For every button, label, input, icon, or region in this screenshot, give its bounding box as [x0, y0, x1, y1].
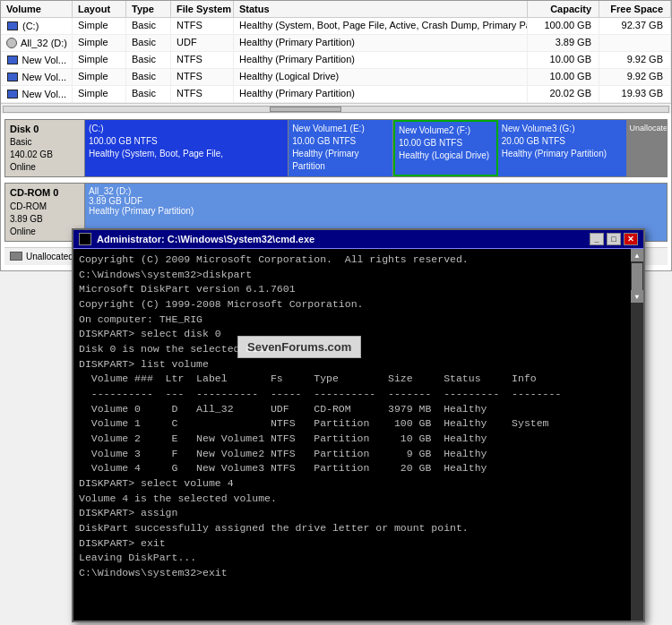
cdrom-drive-title: All_32 (D:) [89, 186, 131, 196]
vol-capacity: 20.02 GB [528, 86, 599, 102]
vol-status: Healthy (Logical Drive) [234, 69, 528, 85]
cmd-scroll-thumb[interactable] [632, 263, 642, 290]
cmd-line: Copyright (C) 1999-2008 Microsoft Corpor… [79, 297, 638, 312]
vol-status: Healthy (System, Boot, Page File, Active… [234, 18, 528, 34]
cmd-scroll-up-button[interactable]: ▲ [631, 249, 643, 261]
vol-layout: Simple [73, 35, 126, 51]
vol-freespace: 9.92 GB [599, 69, 671, 85]
table-row[interactable]: New Vol... Simple Basic NTFS Healthy (Pr… [1, 52, 671, 69]
vol-type: Basic [126, 52, 171, 68]
partition-sub2: Healthy (System, Boot, Page File, [89, 148, 284, 160]
partition-c[interactable]: (C:) 100.00 GB NTFS Healthy (System, Boo… [85, 120, 289, 176]
partition-title: New Volume2 (F:) [399, 124, 493, 137]
vol-fs: UDF [171, 35, 234, 51]
cmd-window-controls: _ □ ✕ [590, 233, 638, 245]
vol-status: Healthy (Primary Partition) [234, 52, 528, 68]
cd-icon [6, 37, 17, 49]
scrollbar-track[interactable] [3, 106, 669, 113]
vol-type: Basic [126, 35, 171, 51]
vol-capacity: 10.00 GB [528, 69, 599, 85]
cmd-line: Volume 3 F New Volume2 NTFS Partition 9 … [79, 447, 638, 462]
cdrom0-status: Online [10, 226, 80, 238]
cmd-scrollbar[interactable]: ▲ ▼ [631, 249, 643, 621]
cmd-line: DISKPART> select volume 4 [79, 476, 638, 492]
vol-name: New Vol... [1, 52, 73, 68]
partition-sub1: 10.00 GB NTFS [292, 135, 389, 148]
vol-freespace [599, 35, 671, 51]
table-row[interactable]: New Vol... Simple Basic NTFS Healthy (Pr… [1, 86, 671, 103]
vol-type: Basic [126, 18, 171, 34]
vol-fs: NTFS [171, 52, 234, 68]
vol-layout: Simple [73, 18, 126, 34]
cmd-title: Administrator: C:\Windows\System32\cmd.e… [97, 234, 314, 244]
scrollbar-thumb[interactable] [270, 107, 341, 112]
partition-e[interactable]: New Volume1 (E:) 10.00 GB NTFS Healthy (… [289, 120, 393, 176]
cmd-title-area: Administrator: C:\Windows\System32\cmd.e… [79, 233, 314, 245]
partition-f[interactable]: New Volume2 (F:) 10.00 GB NTFS Healthy (… [393, 120, 498, 176]
vol-type: Basic [126, 86, 171, 102]
partition-sub1: 20.00 GB NTFS [502, 135, 623, 148]
unallocated-partition: Unallocated [626, 120, 667, 176]
cmd-scroll-down-button[interactable]: ▼ [631, 290, 643, 303]
vol-status: Healthy (Primary Partition) [234, 35, 528, 51]
cmd-close-button[interactable]: ✕ [624, 233, 638, 245]
volume-table: (C:) Simple Basic NTFS Healthy (System, … [1, 18, 671, 103]
vol-type: Basic [126, 69, 171, 85]
disk0-type: Basic [10, 136, 80, 149]
partition-title: New Volume1 (E:) [292, 123, 389, 135]
disk0-label: Disk 0 Basic 140.02 GB Online [4, 119, 85, 177]
col-status: Status [234, 1, 528, 17]
table-row[interactable]: New Vol... Simple Basic NTFS Healthy (Lo… [1, 69, 671, 86]
horizontal-scrollbar[interactable] [1, 103, 671, 114]
vol-fs: NTFS [171, 69, 234, 85]
table-row[interactable]: (C:) Simple Basic NTFS Healthy (System, … [1, 18, 671, 35]
disk-icon [6, 20, 19, 32]
cmd-line: C:\Windows\system32>exit [79, 566, 638, 581]
disk0-size: 140.02 GB [10, 149, 80, 161]
cmd-line: ---------- --- ---------- ----- --------… [79, 387, 638, 402]
cmd-line: Volume 4 G New Volume3 NTFS Partition 20… [79, 461, 638, 476]
vol-freespace: 9.92 GB [599, 52, 671, 68]
cmd-line: Volume 0 D All_32 UDF CD-ROM 3979 MB Hea… [79, 402, 638, 417]
disk-icon [6, 71, 18, 83]
col-capacity: Capacity [528, 1, 599, 17]
disk0-status: Online [10, 161, 80, 174]
disk0-partitions: (C:) 100.00 GB NTFS Healthy (System, Boo… [85, 119, 668, 177]
cmd-body: Copyright (C) 2009 Microsoft Corporation… [73, 249, 643, 621]
cdrom-drive-sub1: 3.89 GB UDF [89, 196, 142, 206]
partition-sub2: Healthy (Primary Partition) [502, 148, 623, 160]
col-volume: Volume [1, 1, 73, 17]
disk-icon [6, 54, 18, 66]
disk0-title: Disk 0 [10, 123, 80, 136]
col-type: Type [126, 1, 171, 17]
cmd-titlebar: Administrator: C:\Windows\System32\cmd.e… [73, 230, 643, 249]
cdrom0-type: CD-ROM [10, 201, 80, 213]
table-row[interactable]: All_32 (D:) Simple Basic UDF Healthy (Pr… [1, 35, 671, 52]
vol-freespace: 19.93 GB [599, 86, 671, 102]
disk0-row: Disk 0 Basic 140.02 GB Online (C:) 100.0… [4, 119, 668, 177]
cmd-maximize-button[interactable]: □ [607, 233, 621, 245]
col-layout: Layout [73, 1, 126, 17]
cmd-output: Copyright (C) 2009 Microsoft Corporation… [79, 253, 638, 581]
partition-title: (C:) [89, 123, 284, 135]
cmd-app-icon [79, 233, 91, 245]
vol-layout: Simple [73, 69, 126, 85]
partition-g[interactable]: New Volume3 (G:) 20.00 GB NTFS Healthy (… [498, 120, 626, 176]
partition-sub2: Healthy (Primary Partition [292, 148, 389, 173]
vol-status: Healthy (Primary Partition) [234, 86, 528, 102]
vol-capacity: 3.89 GB [528, 35, 599, 51]
watermark: SevenForums.com [237, 336, 361, 358]
vol-capacity: 10.00 GB [528, 52, 599, 68]
cmd-minimize-button[interactable]: _ [590, 233, 604, 245]
cmd-line: DISKPART> list volume [79, 357, 638, 372]
cmd-line: DISKPART> exit [79, 536, 638, 552]
legend-unalloc-label: Unallocated [26, 252, 73, 261]
legend-unalloc-box [10, 252, 22, 261]
vol-fs: NTFS [171, 86, 234, 102]
vol-layout: Simple [73, 86, 126, 102]
partition-sub1: 10.00 GB NTFS [399, 137, 493, 150]
cmd-line: C:\Windows\system32>diskpart [79, 268, 638, 283]
cdrom-drive-sub2: Healthy (Primary Partition) [89, 206, 194, 216]
cmd-line: On computer: THE_RIG [79, 312, 638, 328]
vol-capacity: 100.00 GB [528, 18, 599, 34]
